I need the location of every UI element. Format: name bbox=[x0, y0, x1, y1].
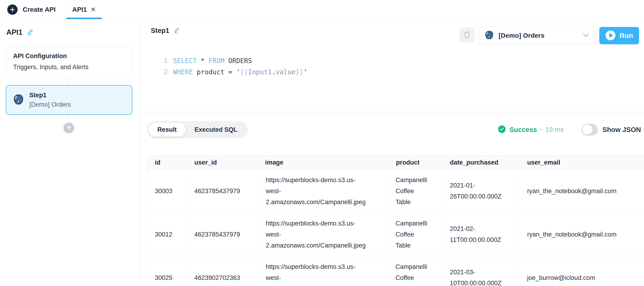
api-configuration-subtitle: Triggers, Inputs, and Alerts bbox=[13, 64, 125, 71]
sql-editor[interactable]: 1 SELECT * FROM ORDERS 2 WHERE product =… bbox=[162, 55, 307, 78]
column-header-user-id: user_id bbox=[187, 155, 258, 169]
cell-date-purchased: 2021-01-26T00:00:00.000Z bbox=[442, 169, 520, 213]
api-configuration-card[interactable]: API Configuration Triggers, Inputs, and … bbox=[6, 46, 132, 77]
table-row: 30012 4623785437979 https://superblocks-… bbox=[147, 213, 644, 256]
step-title: Step1 bbox=[151, 27, 169, 35]
line-number: 1 bbox=[162, 57, 168, 65]
add-step-button[interactable] bbox=[64, 123, 74, 133]
create-api-label: Create API bbox=[23, 6, 56, 13]
tab-api1-label: API1 bbox=[72, 6, 87, 13]
status-text: Success bbox=[509, 126, 537, 134]
run-button[interactable]: Run bbox=[599, 27, 639, 44]
chevron-down-icon bbox=[583, 33, 589, 38]
editor-pane: Step1 bbox=[140, 20, 644, 112]
run-button-label: Run bbox=[620, 32, 633, 40]
cell-image: https://superblocks-demo.s3.us-west-2.am… bbox=[258, 213, 388, 256]
superblocks-api-editor: Create API API1 ✕ API1 API Configuration… bbox=[0, 0, 644, 286]
cell-user-email: ryan_the_notebook@gmail.com bbox=[520, 213, 644, 256]
show-json-toggle[interactable] bbox=[582, 124, 598, 136]
cell-product: Campanelli Coffee Table bbox=[388, 213, 442, 256]
top-bar: Create API API1 ✕ bbox=[0, 0, 644, 19]
column-header-product: product bbox=[388, 155, 442, 169]
cell-date-purchased: 2021-02-11T00:00:00.000Z bbox=[442, 213, 520, 256]
edit-step-name-icon[interactable] bbox=[173, 27, 180, 35]
cell-user-id: 4623785437979 bbox=[187, 213, 258, 256]
table-header-row: id user_id image product date_purchased … bbox=[147, 155, 644, 169]
result-tab-group: Result Executed SQL bbox=[147, 121, 248, 138]
step-connector-line bbox=[68, 77, 69, 85]
trash-icon bbox=[464, 31, 470, 39]
step-title-row: Step1 bbox=[151, 27, 180, 35]
step1-integration: [Demo] Orders bbox=[29, 101, 71, 108]
step1-title: Step1 bbox=[29, 92, 71, 99]
cell-image: https://superblocks-demo.s3.us-west-2.am… bbox=[258, 256, 388, 286]
code-line-1: 1 SELECT * FROM ORDERS bbox=[162, 55, 307, 66]
code-text: SELECT * FROM ORDERS bbox=[173, 57, 252, 65]
api-configuration-title: API Configuration bbox=[13, 53, 125, 60]
column-header-date-purchased: date_purchased bbox=[442, 155, 520, 169]
cell-user-email: joe_burrow@icloud.com bbox=[520, 256, 644, 286]
postgresql-icon bbox=[13, 94, 24, 106]
table-row: 30025 4623902702363 https://superblocks-… bbox=[147, 256, 644, 286]
results-pane: Result Executed SQL Success · 19 ms Show… bbox=[140, 112, 644, 285]
column-header-user-email: user_email bbox=[520, 155, 644, 169]
delete-step-button[interactable] bbox=[460, 28, 474, 43]
close-icon[interactable]: ✕ bbox=[91, 7, 96, 13]
column-header-image: image bbox=[258, 155, 388, 169]
status-duration: 19 ms bbox=[546, 126, 564, 134]
integration-selected-value: [Demo] Orders bbox=[498, 32, 578, 39]
edit-api-name-icon[interactable] bbox=[26, 28, 34, 37]
step1-card[interactable]: Step1 [Demo] Orders bbox=[6, 85, 132, 115]
success-check-icon bbox=[498, 125, 506, 134]
create-api-button[interactable]: Create API bbox=[0, 0, 66, 19]
cell-user-id: 4623902702363 bbox=[187, 256, 258, 286]
plus-icon bbox=[66, 125, 72, 131]
code-line-2: 2 WHERE product = '{{Input1.value}}' bbox=[162, 66, 307, 78]
step-controls: [Demo] Orders Run bbox=[460, 27, 639, 44]
toggle-knob bbox=[582, 124, 592, 135]
play-icon bbox=[605, 30, 616, 42]
cell-user-id: 4623785437979 bbox=[187, 169, 258, 213]
tab-result[interactable]: Result bbox=[148, 123, 186, 137]
api-title-row: API1 bbox=[6, 28, 132, 37]
cell-product: Campanelli Coffee Table bbox=[388, 256, 442, 286]
tab-api1[interactable]: API1 ✕ bbox=[66, 0, 102, 19]
cell-product: Campanelli Coffee Table bbox=[388, 169, 442, 213]
table-row: 30003 4623785437979 https://superblocks-… bbox=[147, 169, 644, 213]
line-number: 2 bbox=[162, 68, 168, 76]
status-cluster: Success · 19 ms Show JSON bbox=[498, 121, 641, 138]
cell-date-purchased: 2021-03-10T00:00:00.000Z bbox=[442, 256, 520, 286]
active-tab-indicator bbox=[66, 18, 102, 19]
tab-executed-sql[interactable]: Executed SQL bbox=[186, 123, 246, 137]
step1-card-text: Step1 [Demo] Orders bbox=[29, 92, 71, 108]
api-steps-sidebar: API1 API Configuration Triggers, Inputs,… bbox=[0, 20, 140, 286]
step-connector-line bbox=[68, 115, 69, 123]
cell-id: 30012 bbox=[147, 213, 187, 256]
show-json-label: Show JSON bbox=[602, 126, 641, 134]
postgresql-icon bbox=[484, 31, 494, 41]
code-text: WHERE product = '{{Input1.value}}' bbox=[173, 68, 307, 76]
result-table: id user_id image product date_purchased … bbox=[147, 155, 644, 286]
status-separator: · bbox=[540, 126, 542, 134]
plus-icon bbox=[7, 5, 18, 15]
api-title: API1 bbox=[6, 28, 22, 37]
integration-dropdown[interactable]: [Demo] Orders bbox=[478, 27, 595, 44]
cell-image: https://superblocks-demo.s3.us-west-2.am… bbox=[258, 169, 388, 213]
cell-user-email: ryan_the_notebook@gmail.com bbox=[520, 169, 644, 213]
main-panel: Step1 bbox=[140, 20, 644, 286]
cell-id: 30003 bbox=[147, 169, 187, 213]
column-header-id: id bbox=[147, 155, 187, 169]
cell-id: 30025 bbox=[147, 256, 187, 286]
